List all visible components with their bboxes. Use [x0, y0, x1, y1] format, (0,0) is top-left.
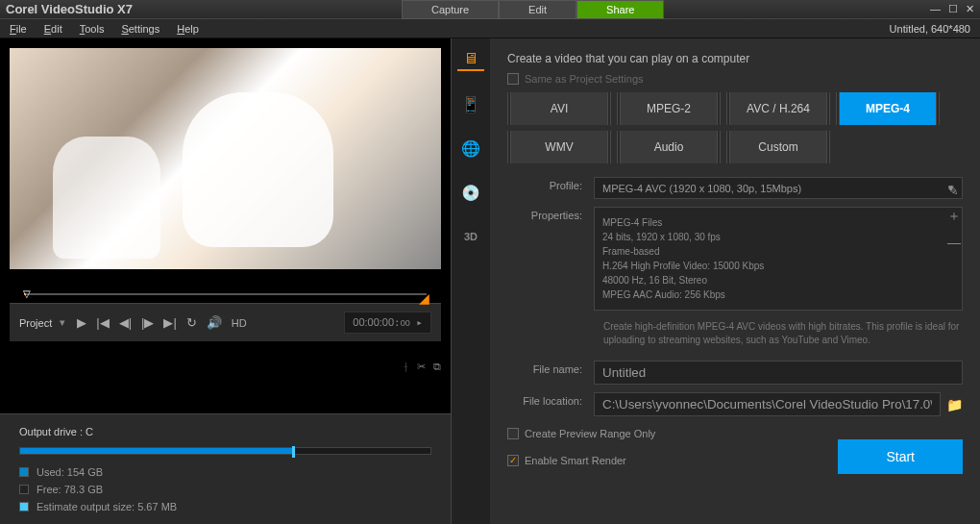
- file-name-label: File name:: [507, 361, 594, 375]
- share-panel: Create a video that you can play on a co…: [490, 38, 980, 524]
- menu-edit[interactable]: Edit: [44, 23, 62, 35]
- legend-estimate: Estimate output size: 5.67 MB: [19, 501, 431, 512]
- preview-range-label: Create Preview Range Only: [525, 428, 655, 439]
- side-tab-web[interactable]: 🌐: [457, 137, 484, 160]
- legend-free: Free: 78.3 GB: [19, 484, 431, 495]
- preview-range-checkbox[interactable]: [507, 428, 519, 439]
- clip-tools: ⟊ ✂ ⧉: [403, 361, 441, 373]
- split-icon[interactable]: ⟊: [403, 361, 409, 373]
- scrubber[interactable]: ▽ ◢: [10, 284, 441, 303]
- preview-panel: ▽ ◢ ⟊ ✂ ⧉ Project ▾ ▶ |◀ ◀| |▶ ▶| ↻ 🔊: [0, 38, 451, 413]
- end-icon[interactable]: ▶|: [163, 315, 176, 330]
- close-icon[interactable]: ✕: [966, 3, 974, 15]
- cut-icon[interactable]: ✂: [417, 361, 426, 373]
- play-icon[interactable]: ▶: [77, 315, 86, 330]
- hd-label[interactable]: HD: [232, 317, 247, 329]
- profile-hint: Create high-definition MPEG-4 AVC videos…: [603, 320, 963, 347]
- remove-icon[interactable]: —: [947, 235, 961, 250]
- format-audio[interactable]: Audio: [617, 131, 721, 163]
- maximize-icon[interactable]: ☐: [948, 3, 958, 15]
- format-grid: AVI MPEG-2 AVC / H.264 MPEG-4 WMV Audio …: [507, 92, 963, 163]
- start-button[interactable]: Start: [838, 439, 963, 474]
- tab-edit[interactable]: Edit: [499, 0, 576, 19]
- side-tab-3d[interactable]: 3D: [457, 225, 484, 248]
- file-location-input[interactable]: [594, 392, 941, 416]
- add-icon[interactable]: ＋: [947, 208, 961, 225]
- tab-capture[interactable]: Capture: [402, 0, 499, 19]
- chevron-down-icon[interactable]: ▾: [60, 316, 65, 329]
- player-toolbar: Project ▾ ▶ |◀ ◀| |▶ ▶| ↻ 🔊 HD 00:00:00:…: [10, 303, 441, 341]
- tab-share[interactable]: Share: [576, 0, 664, 19]
- format-mpeg2[interactable]: MPEG-2: [617, 92, 721, 125]
- menu-tools[interactable]: Tools: [80, 23, 105, 35]
- format-avc[interactable]: AVC / H.264: [726, 92, 830, 125]
- repeat-icon[interactable]: ↻: [186, 315, 197, 330]
- properties-box: MPEG-4 Files24 bits, 1920 x 1080, 30 fps…: [594, 207, 963, 311]
- minimize-icon[interactable]: —: [930, 3, 941, 15]
- output-drive-title: Output drive : C: [19, 426, 431, 437]
- format-mpeg4[interactable]: MPEG-4: [836, 92, 940, 125]
- smart-render-checkbox[interactable]: [507, 455, 519, 466]
- profile-dropdown[interactable]: MPEG-4 AVC (1920 x 1080, 30p, 15Mbps)▾: [594, 177, 963, 199]
- side-tab-disc[interactable]: 💿: [457, 181, 484, 204]
- folder-icon[interactable]: 📁: [946, 397, 963, 412]
- side-tab-computer[interactable]: 🖥: [457, 48, 484, 71]
- same-as-label: Same as Project Settings: [525, 73, 644, 85]
- output-drive-panel: Output drive : C Used: 154 GB Free: 78.3…: [0, 413, 451, 524]
- scrubber-end-icon[interactable]: ◢: [419, 290, 429, 306]
- same-as-checkbox[interactable]: [507, 73, 519, 85]
- profile-label: Profile:: [507, 177, 594, 191]
- window-buttons: — ☐ ✕: [930, 3, 974, 15]
- edit-icon[interactable]: ✎: [947, 183, 961, 198]
- preview-image: [10, 48, 441, 269]
- volume-icon[interactable]: 🔊: [207, 315, 222, 330]
- disk-usage-bar: [19, 447, 431, 455]
- format-custom[interactable]: Custom: [726, 131, 830, 163]
- share-title: Create a video that you can play on a co…: [507, 52, 963, 65]
- properties-label: Properties:: [507, 207, 594, 221]
- menubar: File Edit Tools Settings Help Untitled, …: [0, 19, 980, 38]
- project-label[interactable]: Project: [19, 317, 52, 329]
- prev-frame-icon[interactable]: ◀|: [119, 315, 132, 330]
- side-tab-device[interactable]: 📱: [457, 92, 484, 115]
- file-location-label: File location:: [507, 392, 594, 407]
- share-side-tabs: 🖥 📱 🌐 💿 3D: [452, 38, 490, 524]
- menu-file[interactable]: File: [10, 23, 27, 35]
- start-icon[interactable]: |◀: [96, 315, 109, 330]
- snapshot-icon[interactable]: ⧉: [433, 361, 441, 373]
- menu-settings[interactable]: Settings: [121, 23, 159, 35]
- next-frame-icon[interactable]: |▶: [141, 315, 154, 330]
- app-title: Corel VideoStudio X7: [6, 2, 133, 16]
- main-tabs: Capture Edit Share: [402, 0, 664, 19]
- format-avi[interactable]: AVI: [507, 92, 611, 125]
- scrubber-handle-icon[interactable]: ▽: [23, 288, 31, 299]
- file-name-input[interactable]: [594, 361, 963, 385]
- format-wmv[interactable]: WMV: [507, 131, 611, 163]
- profile-side-actions: ✎ ＋ —: [947, 183, 961, 250]
- timecode-display[interactable]: 00:00:00:00 ▸: [344, 312, 431, 334]
- titlebar: Corel VideoStudio X7 Capture Edit Share …: [0, 0, 980, 19]
- smart-render-label: Enable Smart Render: [525, 455, 626, 466]
- menu-help[interactable]: Help: [177, 23, 199, 35]
- document-label: Untitled, 640*480: [890, 23, 970, 35]
- legend-used: Used: 154 GB: [19, 466, 431, 478]
